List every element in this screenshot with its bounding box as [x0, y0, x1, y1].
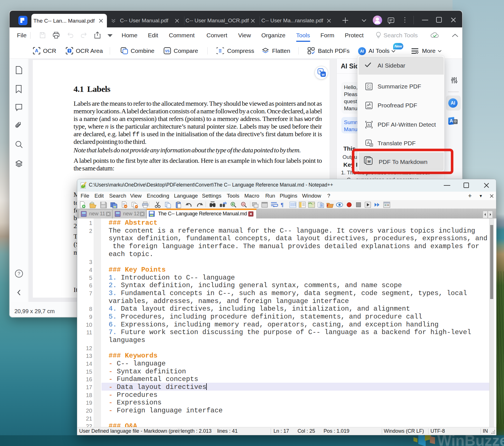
svg-text:w: w: [321, 72, 325, 77]
svg-text:?: ?: [18, 271, 20, 276]
svg-text:ab: ab: [223, 201, 227, 205]
svg-text:¶: ¶: [281, 202, 283, 208]
svg-text:AI: AI: [367, 123, 370, 127]
svg-text:VS: VS: [165, 49, 169, 53]
svg-text:T: T: [68, 49, 70, 53]
svg-text:A: A: [367, 140, 370, 145]
svg-text:A: A: [35, 48, 38, 53]
